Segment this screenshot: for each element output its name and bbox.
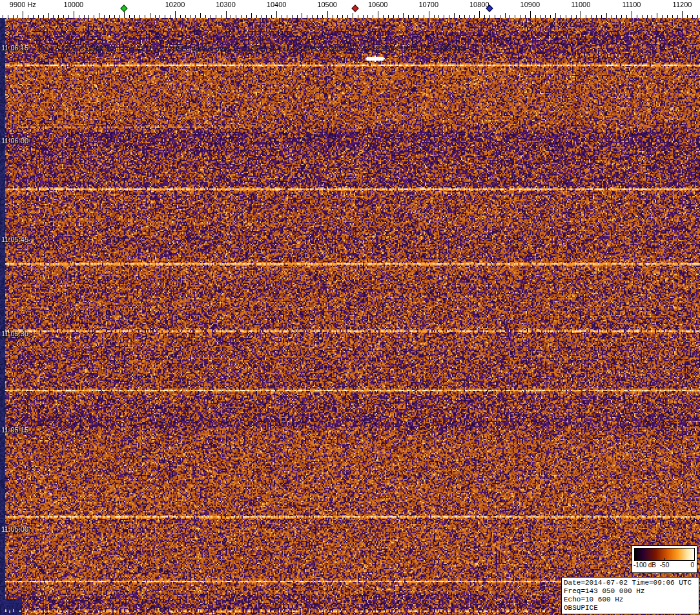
time-label: 11:05:15	[1, 426, 28, 434]
freq-label: 10600	[368, 1, 388, 8]
colorbar-tick-label: 0	[690, 561, 694, 569]
colorbar-gradient	[634, 548, 695, 561]
time-label: 11:05:45	[1, 236, 28, 243]
freq-label: 10400	[267, 1, 287, 8]
detection-annotation: 20140702090611380 hCnt3 nb-81 f10607 hit…	[37, 45, 466, 52]
frequency-offset-marker: ^f+11	[30, 57, 46, 65]
freq-label: 10900	[520, 1, 540, 8]
freq-label: 11100	[622, 1, 641, 8]
info-line-station: OBSUPICE	[564, 604, 697, 612]
colorbar-tick-labels: -100 dB -50 0	[632, 561, 697, 570]
spectrogram: 11:06:1511:06:0011:05:4511:05:3011:05:15…	[0, 18, 700, 615]
time-label: 11:05:30	[1, 330, 28, 338]
meteor-spectrogram-app: 9900 Hz100001020010300104001050010600107…	[0, 0, 700, 615]
freq-label: 10500	[317, 1, 337, 8]
freq-label: 10000	[64, 1, 84, 8]
time-label: 11:06:00	[1, 137, 28, 145]
freq-label: 10300	[216, 1, 236, 8]
info-line-freq: Freq=143 050 000 Hz	[564, 587, 697, 596]
freq-label: 11000	[571, 1, 591, 8]
freq-label: 10700	[418, 1, 438, 8]
frequency-ruler-ticks	[0, 0, 700, 18]
info-line-date: Date=2014-07-02 Time=09:06 UTC	[564, 579, 697, 587]
spectrogram-canvas[interactable]	[0, 18, 700, 615]
colorbar-tick-label: -100 dB	[633, 561, 656, 569]
frequency-ruler: 9900 Hz100001020010300104001050010600107…	[0, 0, 700, 18]
time-label: 11:05:00	[1, 525, 28, 533]
time-label: 11:06:15	[1, 44, 28, 52]
info-line-echo: Echo=10 600 Hz	[564, 596, 697, 604]
colorbar-tick-label: -50	[660, 561, 669, 569]
observation-info-panel: Date=2014-07-02 Time=09:06 UTC Freq=143 …	[561, 577, 699, 614]
colorbar-legend: -100 dB -50 0	[632, 545, 697, 573]
freq-label: 11200	[673, 1, 692, 8]
freq-label: 10200	[165, 1, 185, 8]
freq-label: 9900 Hz	[10, 1, 36, 8]
